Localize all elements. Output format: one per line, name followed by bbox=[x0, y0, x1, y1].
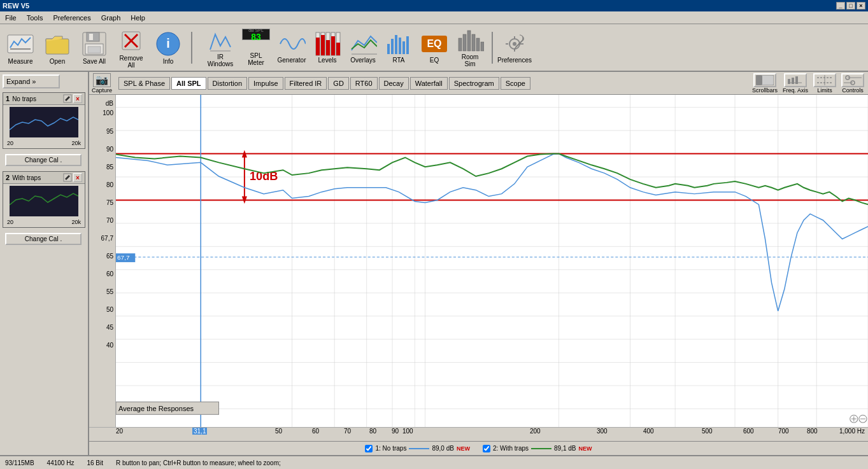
menu-file[interactable]: File bbox=[0, 13, 22, 23]
menu-preferences[interactable]: Preferences bbox=[48, 13, 96, 23]
meas-1-high: 20k bbox=[71, 140, 81, 146]
close-button-2[interactable]: × bbox=[73, 173, 82, 182]
legend-checkbox-1[interactable] bbox=[365, 445, 373, 452]
svg-text:Average the Responses: Average the Responses bbox=[118, 405, 194, 413]
y-95: 95 bbox=[89, 128, 113, 135]
edit-icon-1[interactable] bbox=[63, 94, 72, 103]
ir-windows-icon bbox=[206, 28, 234, 53]
svg-rect-35 bbox=[476, 38, 480, 51]
y-65: 65 bbox=[89, 253, 113, 260]
x-60: 60 bbox=[312, 428, 319, 435]
eq-button[interactable]: EQ EQ bbox=[418, 27, 451, 68]
tab-impulse[interactable]: Impulse bbox=[248, 77, 283, 90]
limits-button[interactable]: Limits bbox=[812, 72, 837, 95]
tab-decay[interactable]: Decay bbox=[379, 77, 409, 90]
info-button[interactable]: i Info bbox=[152, 27, 185, 68]
tab-rt60[interactable]: RT60 bbox=[350, 77, 378, 90]
svg-rect-36 bbox=[481, 42, 484, 51]
measure-button[interactable]: Measure bbox=[4, 27, 37, 68]
x-600: 600 bbox=[743, 428, 754, 435]
room-sim-button[interactable]: Room Sim bbox=[453, 27, 487, 68]
titlebar-controls: _ □ × bbox=[836, 2, 865, 10]
minimize-button[interactable]: _ bbox=[836, 2, 845, 10]
preferences-button[interactable]: Preferences bbox=[498, 27, 531, 68]
svg-rect-23 bbox=[336, 43, 340, 55]
change-cal-button-2[interactable]: Change Cal . bbox=[5, 233, 82, 245]
y-40: 40 bbox=[89, 342, 113, 349]
expand-button[interactable]: Expand » bbox=[3, 74, 60, 88]
levels-icon bbox=[313, 31, 341, 57]
remove-all-label: Remove All bbox=[117, 55, 146, 69]
y-axis-db-label: dB bbox=[89, 100, 113, 107]
x-500: 500 bbox=[702, 428, 713, 435]
measurement-2-num: 2 bbox=[6, 174, 10, 181]
levels-button[interactable]: Levels bbox=[311, 27, 344, 68]
legend-badge-1: NEW bbox=[457, 445, 470, 452]
room-sim-icon bbox=[456, 28, 484, 53]
svg-rect-27 bbox=[395, 35, 397, 54]
tab-scope[interactable]: Scope bbox=[501, 77, 530, 90]
svg-rect-44 bbox=[788, 79, 790, 84]
change-cal-button-1[interactable]: Change Cal . bbox=[5, 154, 82, 166]
svg-rect-19 bbox=[326, 40, 330, 55]
menu-graph[interactable]: Graph bbox=[96, 13, 126, 23]
info-label: Info bbox=[163, 58, 174, 65]
freq-axis-button[interactable]: Freq. Axis bbox=[781, 72, 809, 95]
scrollbars-button[interactable]: Scrollbars bbox=[751, 72, 779, 95]
save-all-button[interactable]: Save All bbox=[78, 27, 111, 68]
save-all-icon bbox=[80, 30, 108, 58]
close-button-1[interactable]: × bbox=[73, 94, 82, 103]
toolbar-separator-1 bbox=[191, 32, 192, 64]
capture-button[interactable]: 📷 Capture bbox=[92, 73, 112, 94]
maximize-button[interactable]: □ bbox=[846, 2, 855, 10]
meas-2-low: 20 bbox=[7, 219, 13, 225]
generator-button[interactable]: Generator bbox=[275, 27, 308, 68]
preferences-icon bbox=[501, 31, 529, 57]
tab-spl-phase[interactable]: SPL & Phase bbox=[118, 77, 170, 90]
rta-button[interactable]: RTA bbox=[382, 27, 415, 68]
svg-rect-46 bbox=[795, 76, 798, 84]
spl-meter-button[interactable]: dB SPL 83 SPL Meter bbox=[239, 27, 273, 68]
controls-button[interactable]: Controls bbox=[840, 72, 865, 95]
limits-icon bbox=[813, 73, 836, 87]
chart-wrap: dB 100 95 90 85 80 75 70 67,7 65 60 55 5… bbox=[89, 95, 868, 455]
menu-tools[interactable]: Tools bbox=[22, 13, 48, 23]
tab-gd[interactable]: GD bbox=[328, 77, 349, 90]
x-50: 50 bbox=[275, 428, 282, 435]
svg-text:67,7: 67,7 bbox=[117, 254, 130, 261]
svg-rect-26 bbox=[391, 39, 394, 54]
overlays-button[interactable]: Overlays bbox=[346, 27, 380, 68]
legend-checkbox-2[interactable] bbox=[483, 445, 490, 452]
status-memory: 93/115MB bbox=[5, 459, 34, 466]
tab-distortion[interactable]: Distortion bbox=[208, 77, 247, 90]
x-90: 90 bbox=[392, 428, 399, 435]
right-toolbar: IR Windows dB SPL 83 SPL Meter Generator bbox=[204, 27, 535, 68]
ir-windows-button[interactable]: IR Windows bbox=[204, 27, 237, 68]
change-cal-1-label: Change Cal . bbox=[25, 157, 62, 164]
svg-rect-32 bbox=[463, 34, 466, 51]
remove-all-button[interactable]: Remove All bbox=[115, 27, 148, 68]
close-button[interactable]: × bbox=[857, 2, 865, 10]
edit-icon-2[interactable] bbox=[63, 173, 72, 182]
legend-item-1: 1: No traps 89,0 dB NEW bbox=[365, 445, 469, 452]
svg-rect-17 bbox=[321, 35, 325, 55]
svg-rect-7 bbox=[88, 46, 101, 53]
chart-area[interactable]: 10dB Average the Responses 67,7 bbox=[116, 95, 868, 427]
measurement-1-name: No traps bbox=[12, 95, 63, 102]
svg-rect-33 bbox=[467, 31, 471, 51]
open-button[interactable]: Open bbox=[41, 27, 74, 68]
controls-label: Controls bbox=[842, 87, 864, 94]
tab-filtered-ir[interactable]: Filtered IR bbox=[285, 77, 327, 90]
tab-spectrogram[interactable]: Spectrogram bbox=[449, 77, 499, 90]
tab-bar: SPL & Phase All SPL Distortion Impulse F… bbox=[118, 77, 747, 90]
legend-label-1: 1: No traps bbox=[375, 445, 406, 452]
status-sample-rate: 44100 Hz bbox=[47, 459, 75, 466]
menu-help[interactable]: Help bbox=[125, 13, 150, 23]
tab-waterfall[interactable]: Waterfall bbox=[410, 77, 448, 90]
open-icon bbox=[43, 30, 71, 58]
legend-bar: 1: No traps 89,0 dB NEW 2: With traps 89… bbox=[89, 441, 868, 455]
tab-all-spl[interactable]: All SPL bbox=[171, 77, 206, 90]
generator-label: Generator bbox=[277, 57, 306, 64]
y-75: 75 bbox=[89, 199, 113, 206]
y-55: 55 bbox=[89, 288, 113, 295]
